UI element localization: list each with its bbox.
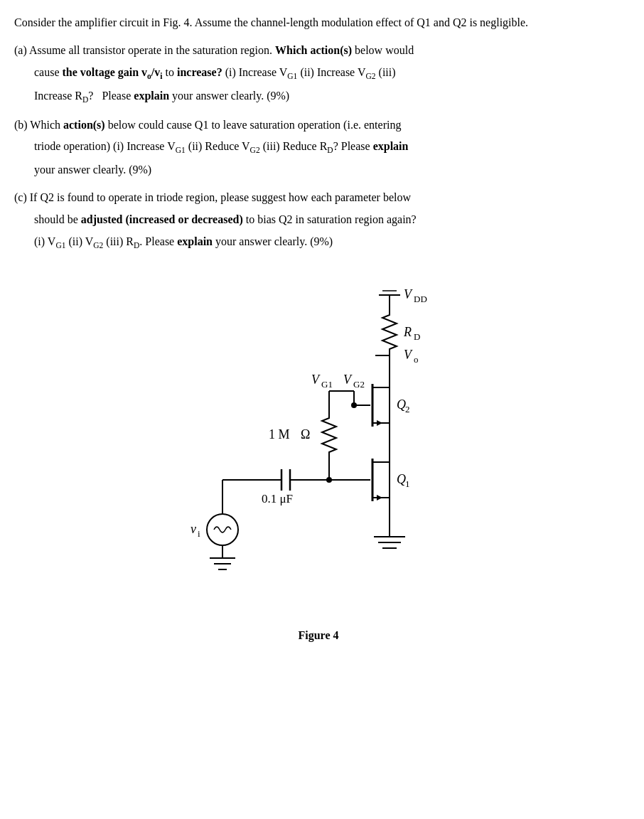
part-a-cause: cause (34, 66, 63, 78)
part-b-end: your answer clearly. (9%) (34, 164, 151, 176)
part-c-text: (c) If Q2 is found to operate in triode … (14, 189, 623, 207)
part-b-explain: explain (373, 140, 409, 152)
svg-text:1 M: 1 M (269, 427, 290, 441)
part-b-line2: triode operation) (i) Increase VG1 (ii) … (14, 138, 623, 157)
figure-caption: Figure 4 (298, 629, 338, 642)
svg-text:R: R (403, 325, 412, 339)
part-c-label: (c) If Q2 is found to operate in triode … (14, 191, 411, 203)
part-c-text2: to bias Q2 in saturation region again? (246, 213, 417, 225)
svg-marker-30 (377, 495, 382, 500)
svg-text:V: V (404, 287, 413, 301)
svg-point-48 (207, 514, 238, 545)
circuit-diagram: V DD R D V o Q 2 V G1 (119, 274, 517, 622)
svg-text:i: i (198, 528, 200, 539)
part-b-line3: your answer clearly. (9%) (14, 161, 623, 179)
svg-text:1: 1 (405, 478, 410, 489)
part-c-should: should be (34, 213, 81, 225)
part-a-to: to (166, 66, 177, 78)
intro-text: Consider the amplifier circuit in Fig. 4… (14, 14, 623, 32)
svg-text:V: V (404, 348, 413, 362)
svg-marker-16 (377, 420, 382, 426)
part-c-block: (c) If Q2 is found to operate in triode … (14, 189, 623, 252)
part-a-rd: Increase RD? Please (34, 90, 134, 102)
part-b-triode: triode operation) (i) Increase VG1 (ii) … (34, 140, 373, 152)
part-b-label: (b) Which (14, 119, 63, 131)
part-a-options: (i) Increase VG1 (ii) Increase VG2 (iii) (225, 66, 396, 78)
part-c-options: (i) VG1 (ii) VG2 (iii) RD. Please (34, 235, 177, 247)
part-c-explain: explain (177, 235, 213, 247)
svg-text:0.1 μF: 0.1 μF (262, 492, 293, 505)
part-c-end: your answer clearly. (9%) (215, 235, 333, 247)
part-a-bold1: Which action(s) (275, 44, 352, 56)
part-a-bold3: increase? (177, 66, 222, 78)
svg-text:V: V (311, 373, 321, 387)
part-a-block: (a) Assume all transistor operate in the… (14, 42, 623, 107)
svg-text:G2: G2 (353, 379, 365, 390)
figure-area: V DD R D V o Q 2 V G1 (14, 274, 623, 642)
svg-text:D: D (414, 331, 420, 342)
part-b-block: (b) Which action(s) below could cause Q1… (14, 117, 623, 180)
svg-text:DD: DD (414, 294, 427, 304)
part-b-text: (b) Which action(s) below could cause Q1… (14, 117, 623, 134)
svg-text:o: o (414, 354, 419, 365)
part-a-text2: below would (355, 44, 414, 56)
svg-text:G1: G1 (321, 379, 333, 390)
part-b-bold1: action(s) (63, 119, 105, 131)
part-c-bold1: adjusted (increased or decreased) (81, 213, 243, 225)
part-a-text1: Assume all transistor operate in the sat… (29, 44, 275, 56)
part-b-text2: below could cause Q1 to leave saturation… (108, 119, 402, 131)
part-a-label: (a) (14, 44, 27, 56)
part-a-end: your answer clearly. (9%) (172, 90, 289, 102)
part-a-explain: explain (134, 90, 169, 102)
part-c-line2: should be adjusted (increased or decreas… (14, 211, 623, 229)
part-a-text: (a) Assume all transistor operate in the… (14, 42, 623, 60)
part-a-line3: Increase RD? Please explain your answer … (14, 87, 623, 107)
intro-paragraph: Consider the amplifier circuit in Fig. 4… (14, 14, 623, 32)
svg-text:2: 2 (405, 404, 410, 414)
part-c-line3: (i) VG1 (ii) VG2 (iii) RD. Please explai… (14, 233, 623, 252)
part-a-line2: cause the voltage gain vo/vi to increase… (14, 64, 623, 83)
part-a-bold2: the voltage gain vo/vi (63, 66, 163, 78)
svg-text:v: v (190, 522, 196, 536)
svg-text:Ω: Ω (301, 427, 310, 441)
svg-text:V: V (343, 373, 353, 387)
